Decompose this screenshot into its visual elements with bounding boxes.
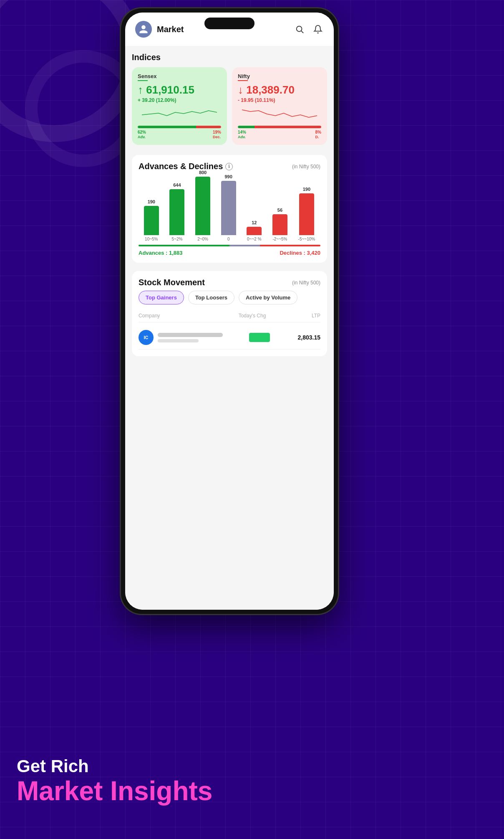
screen-body: Indices Sensex ↑ 61,910.15 + 39.20 (12.0… — [125, 46, 334, 610]
stock-ltp-1: 2,803.15 — [280, 334, 321, 341]
bar-rect-3 — [195, 177, 210, 235]
bar-val-2: 644 — [173, 183, 181, 188]
stock-sub-bar-1 — [158, 339, 199, 342]
bar-lbl-5: 0~~2 % — [247, 237, 261, 241]
adv-dec-header: Advances & Declines ℹ (in Nifty 500) — [139, 162, 320, 171]
svg-point-0 — [297, 26, 302, 32]
bar-col-3: 800 2~0% — [195, 170, 210, 241]
bar-rect-7 — [299, 193, 314, 235]
phone-mockup: Market — [121, 8, 338, 614]
stock-movement-subtitle: (in Nifty 500) — [292, 280, 320, 286]
avatar[interactable] — [135, 21, 152, 38]
bell-icon[interactable] — [312, 23, 324, 35]
bar-lbl-3: 2~0% — [197, 237, 208, 241]
sensex-dec-segment — [196, 126, 221, 128]
advances-total: Advances : 1,883 — [139, 250, 183, 256]
stock-movement-card: Stock Movement (in Nifty 500) Top Gainer… — [132, 271, 327, 356]
info-icon[interactable]: ℹ — [225, 163, 233, 170]
sensex-value: ↑ 61,910.15 — [138, 84, 221, 96]
nifty-value: ↓ 18,389.70 — [238, 84, 321, 96]
phone-notch — [204, 18, 255, 29]
stock-movement-header: Stock Movement (in Nifty 500) — [139, 278, 320, 287]
stripe-green — [139, 245, 229, 246]
header-icons — [294, 23, 324, 35]
bar-chart: 190 10~5% 644 5~2% — [139, 175, 320, 241]
sensex-dec-pct: 19%Dec. — [213, 130, 221, 139]
sensex-adv-pct: 62%Adv. — [138, 130, 146, 139]
sensex-card[interactable]: Sensex ↑ 61,910.15 + 39.20 (12.00%) — [132, 67, 227, 145]
indices-row: Sensex ↑ 61,910.15 + 39.20 (12.00%) — [132, 67, 327, 145]
bottom-text: Get Rich Market Insights — [17, 757, 212, 806]
screen-content: Market — [125, 13, 334, 610]
adv-dec-totals: Advances : 1,883 Declines : 3,420 — [139, 250, 320, 256]
nifty-underline — [238, 80, 248, 81]
bar-col-2: 644 5~2% — [169, 183, 184, 241]
stock-row-1[interactable]: IC 2,803.15 — [139, 326, 320, 350]
bar-col-4: 990 0 — [221, 174, 236, 241]
bar-col-1: 190 10~5% — [144, 199, 159, 241]
bar-val-5: 12 — [252, 220, 257, 225]
stock-movement-title: Stock Movement — [139, 278, 205, 287]
bar-rect-2 — [169, 189, 184, 235]
sensex-change: + 39.20 (12.00%) — [138, 97, 221, 103]
bar-rect-1 — [144, 206, 159, 235]
bar-lbl-6: -2~~5% — [272, 237, 287, 241]
stripe-gray — [229, 245, 260, 246]
bar-col-6: 56 -2~~5% — [272, 208, 287, 241]
bar-rect-6 — [272, 214, 287, 235]
col-header-change: Today's Chg — [229, 313, 275, 319]
bar-val-1: 190 — [148, 199, 155, 204]
nifty-adv-dec-labels: 14%Adv. 8%D. — [238, 130, 321, 139]
stock-logo-1: IC — [139, 330, 154, 345]
chart-stripe — [139, 245, 320, 246]
bar-lbl-2: 5~2% — [172, 237, 183, 241]
sensex-sparkline — [138, 106, 221, 122]
bar-rect-5 — [247, 227, 262, 235]
phone-frame: Market — [121, 8, 338, 614]
sensex-adv-dec-bar — [138, 126, 221, 128]
nifty-dec-pct: 8%D. — [315, 130, 321, 139]
bar-val-7: 190 — [303, 187, 310, 192]
tab-top-gainers[interactable]: Top Gainers — [139, 291, 184, 304]
nifty-card[interactable]: Nifty ↓ 18,389.70 - 19.95 (10.11%) — [232, 67, 327, 145]
bar-val-3: 800 — [199, 170, 207, 175]
stock-table-header: Company Today's Chg LTP — [139, 311, 320, 322]
stock-name-bar-1 — [158, 333, 223, 337]
person-icon — [139, 24, 149, 34]
advances-declines-card: Advances & Declines ℹ (in Nifty 500) 190 — [132, 155, 327, 263]
adv-dec-subtitle: (in Nifty 500) — [292, 164, 320, 170]
stock-green-bar-1 — [249, 333, 270, 342]
get-rich-label: Get Rich — [17, 757, 212, 776]
sensex-adv-segment — [138, 126, 196, 128]
svg-line-1 — [301, 31, 303, 33]
sensex-adv-dec-labels: 62%Adv. 19%Dec. — [138, 130, 221, 139]
stock-movement-tabs: Top Gainers Top Loosers Active by Volume — [139, 291, 320, 304]
stripe-red — [260, 245, 320, 246]
bar-col-5: 12 0~~2 % — [247, 220, 262, 241]
tab-active-by-volume[interactable]: Active by Volume — [239, 291, 297, 304]
bar-rect-4 — [221, 181, 236, 235]
stock-change-bar-1 — [239, 333, 280, 342]
declines-total: Declines : 3,420 — [280, 250, 320, 256]
nifty-name: Nifty — [238, 73, 321, 79]
nifty-adv-dec-bar — [238, 126, 321, 128]
col-header-ltp: LTP — [275, 313, 320, 319]
nifty-sparkline — [238, 106, 321, 122]
nifty-dec-segment — [255, 126, 321, 128]
bar-col-7: 190 -5~~10% — [298, 187, 315, 241]
nifty-change: - 19.95 (10.11%) — [238, 97, 321, 103]
nifty-adv-segment — [238, 126, 255, 128]
indices-title: Indices — [132, 53, 327, 62]
bar-lbl-7: -5~~10% — [298, 237, 315, 241]
sensex-underline — [138, 80, 148, 81]
bar-lbl-4: 0 — [227, 237, 230, 241]
tab-top-loosers[interactable]: Top Loosers — [188, 291, 234, 304]
bar-val-6: 56 — [277, 208, 282, 213]
market-insights-label: Market Insights — [17, 776, 212, 806]
sensex-name: Sensex — [138, 73, 221, 79]
nifty-adv-pct: 14%Adv. — [238, 130, 246, 139]
col-header-company: Company — [139, 313, 229, 319]
bar-val-4: 990 — [225, 174, 232, 179]
bar-lbl-1: 10~5% — [145, 237, 158, 241]
search-icon[interactable] — [294, 23, 305, 35]
